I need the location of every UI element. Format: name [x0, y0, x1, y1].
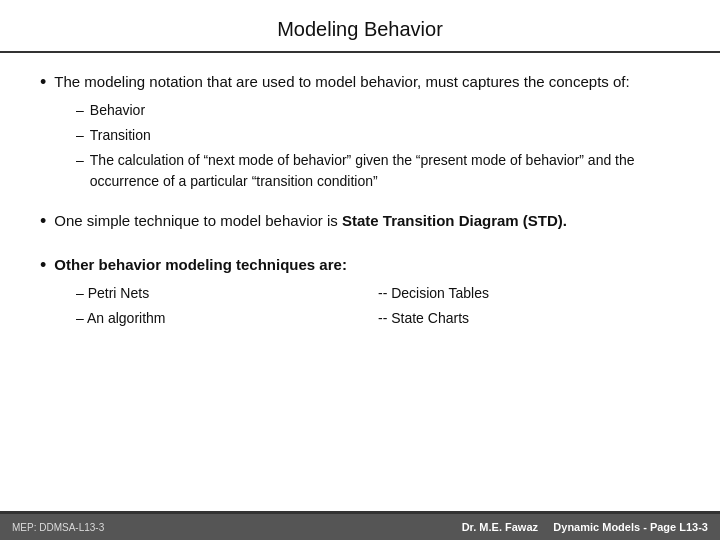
bullet-main-1: • The modeling notation that are used to… — [40, 71, 680, 94]
two-col-item-2: -- Decision Tables — [378, 283, 680, 304]
two-col-text-4: -- State Charts — [378, 308, 469, 329]
bullet-item-1: • The modeling notation that are used to… — [40, 71, 680, 196]
footer-author: Dr. M.E. Fawaz — [462, 521, 538, 533]
sub-dash-1-2: – — [76, 125, 84, 146]
slide-content: • The modeling notation that are used to… — [0, 53, 720, 511]
two-col-item-4: -- State Charts — [378, 308, 680, 329]
sub-bullet-1-2: – Transition — [76, 125, 680, 146]
bold-text-3: Other behavior modeling techniques are: — [54, 256, 347, 273]
footer-bar: MEP: DDMSA-L13-3 Dr. M.E. Fawaz Dynamic … — [0, 514, 720, 540]
slide-container: Modeling Behavior • The modeling notatio… — [0, 0, 720, 540]
footer-left: MEP: DDMSA-L13-3 — [12, 522, 104, 533]
bullet-item-2: • One simple technique to model behavior… — [40, 210, 680, 239]
bold-text-2: State Transition Diagram (STD). — [342, 212, 567, 229]
bullet-dot-3: • — [40, 254, 46, 277]
sub-text-1-2: Transition — [90, 125, 151, 146]
bullet-text-2: One simple technique to model behavior i… — [54, 210, 567, 231]
bullet-text-3: Other behavior modeling techniques are: — [54, 254, 347, 275]
two-col-item-3: – An algorithm — [76, 308, 378, 329]
bullet-item-3: • Other behavior modeling techniques are… — [40, 254, 680, 329]
two-col-list: – Petri Nets -- Decision Tables – An alg… — [40, 283, 680, 329]
sub-bullets-1: – Behavior – Transition – The calculatio… — [40, 100, 680, 192]
bullet-main-3: • Other behavior modeling techniques are… — [40, 254, 680, 277]
two-col-text-3: – An algorithm — [76, 308, 166, 329]
sub-bullet-1-1: – Behavior — [76, 100, 680, 121]
slide-title: Modeling Behavior — [277, 18, 443, 40]
two-col-text-1: – Petri Nets — [76, 283, 149, 304]
sub-dash-1-3: – — [76, 150, 84, 171]
two-col-item-1: – Petri Nets — [76, 283, 378, 304]
footer-page: Dynamic Models - Page L13-3 — [553, 521, 708, 533]
bullet-dot-1: • — [40, 71, 46, 94]
sub-dash-1-1: – — [76, 100, 84, 121]
bullet-dot-2: • — [40, 210, 46, 233]
bullet-main-2: • One simple technique to model behavior… — [40, 210, 680, 233]
title-bar: Modeling Behavior — [0, 0, 720, 53]
two-col-text-2: -- Decision Tables — [378, 283, 489, 304]
sub-bullet-1-3: – The calculation of “next mode of behav… — [76, 150, 680, 192]
bullet-text-1: The modeling notation that are used to m… — [54, 71, 629, 92]
footer-right: Dr. M.E. Fawaz Dynamic Models - Page L13… — [462, 521, 708, 533]
sub-text-1-3: The calculation of “next mode of behavio… — [90, 150, 680, 192]
sub-text-1-1: Behavior — [90, 100, 145, 121]
